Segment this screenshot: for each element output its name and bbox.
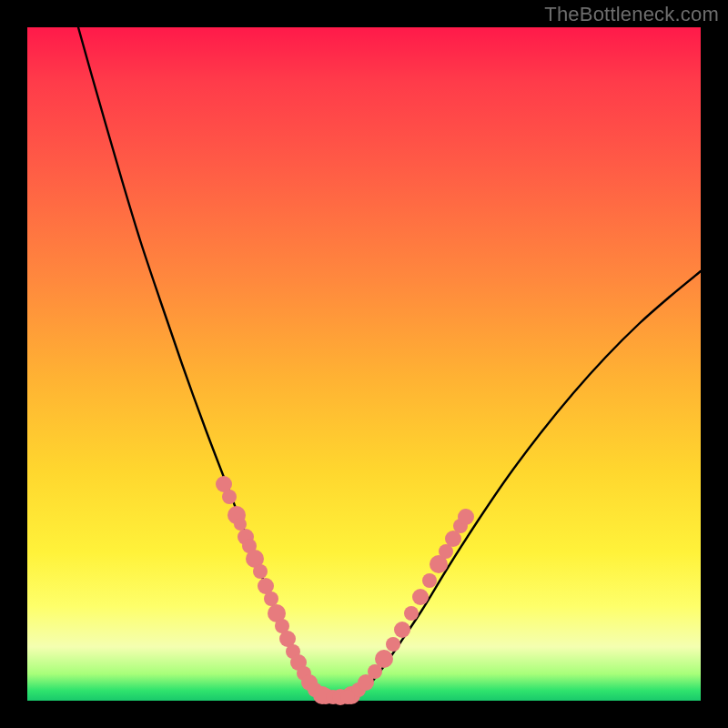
dot-right-dots <box>386 637 400 652</box>
dot-left-dots <box>264 592 278 606</box>
dot-bottom-dots <box>340 690 355 704</box>
dot-right-dots <box>375 650 393 668</box>
dot-right-dots <box>404 606 419 621</box>
plot-area <box>27 27 701 701</box>
dot-left-dots <box>222 490 237 504</box>
curve-layer <box>78 27 701 697</box>
watermark-text: TheBottleneck.com <box>544 3 719 26</box>
dot-right-dots <box>458 509 474 525</box>
chart-svg <box>27 27 701 701</box>
dot-right-dots <box>412 589 429 605</box>
dot-right-dots <box>422 573 437 588</box>
dot-right-dots <box>394 622 410 638</box>
dot-left-dots <box>253 564 268 579</box>
scatter-layer <box>216 476 474 705</box>
curve-left-branch <box>78 27 328 697</box>
chart-stage: TheBottleneck.com <box>0 0 728 728</box>
dot-left-dots <box>234 518 247 531</box>
